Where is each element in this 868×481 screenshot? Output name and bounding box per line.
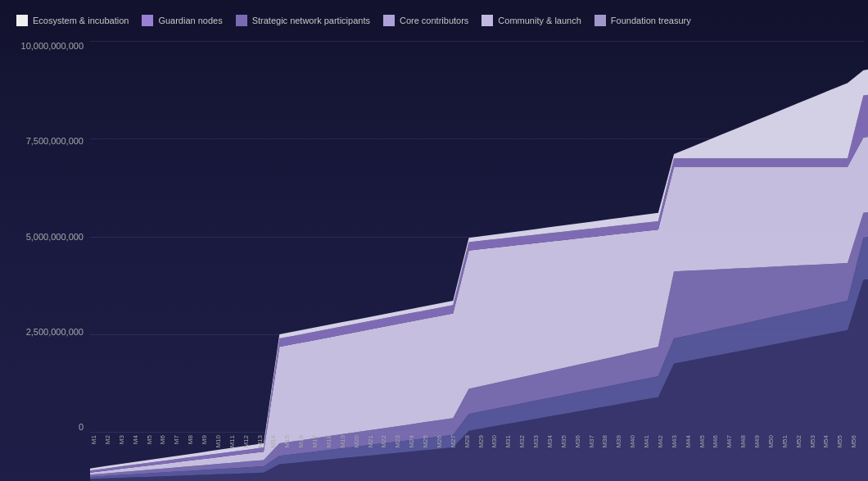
x-label-M15: M15	[283, 435, 297, 448]
x-label-M29: M29	[477, 435, 491, 448]
x-label-M5: M5	[146, 435, 160, 444]
community-label: Community & launch	[498, 16, 581, 25]
legend: Ecosystem & incubationGuardian nodesStra…	[0, 0, 868, 41]
legend-item-core: Core contributors	[383, 15, 468, 26]
x-label-M41: M41	[643, 435, 657, 448]
x-label-M40: M40	[629, 435, 643, 448]
x-label-M17: M17	[311, 435, 325, 448]
x-label-M11: M11	[228, 435, 242, 448]
x-label-M34: M34	[546, 435, 560, 448]
x-label-M55: M55	[836, 435, 850, 448]
legend-item-community: Community & launch	[481, 15, 581, 26]
x-label-M8: M8	[187, 435, 201, 444]
x-label-M14: M14	[269, 435, 283, 448]
x-label-M48: M48	[739, 435, 753, 448]
foundation-swatch	[594, 15, 606, 26]
x-label-M39: M39	[615, 435, 629, 448]
x-label-M7: M7	[173, 435, 187, 444]
y-axis: 10,000,000,0007,500,000,0005,000,000,000…	[0, 41, 90, 432]
x-label-M2: M2	[104, 435, 118, 444]
x-label-M35: M35	[560, 435, 574, 448]
x-label-M12: M12	[242, 435, 256, 448]
x-axis: M1M2M3M4M5M6M7M8M9M10M11M12M13M14M15M16M…	[90, 432, 864, 481]
legend-item-ecosystem: Ecosystem & incubation	[16, 15, 129, 26]
x-label-M3: M3	[118, 435, 132, 444]
x-label-M33: M33	[532, 435, 546, 448]
x-label-M44: M44	[685, 435, 698, 448]
y-label-0: 10,000,000,000	[21, 41, 84, 51]
x-label-M38: M38	[601, 435, 615, 448]
x-label-M46: M46	[712, 435, 726, 448]
x-label-M45: M45	[698, 435, 712, 448]
x-label-M22: M22	[380, 435, 394, 448]
x-label-M51: M51	[781, 435, 795, 448]
y-label-1: 7,500,000,000	[26, 136, 84, 146]
x-label-M10: M10	[215, 435, 228, 448]
x-label-M18: M18	[325, 435, 339, 448]
x-label-M13: M13	[256, 435, 270, 448]
community-swatch	[481, 15, 493, 26]
stacked-area-chart	[90, 41, 868, 481]
x-label-M37: M37	[588, 435, 602, 448]
x-label-M54: M54	[822, 435, 836, 448]
x-label-M6: M6	[159, 435, 173, 444]
ecosystem-label: Ecosystem & incubation	[33, 16, 129, 25]
x-label-M50: M50	[767, 435, 781, 448]
x-label-M27: M27	[450, 435, 463, 448]
strategic-swatch	[236, 15, 247, 26]
x-label-M56: M56	[850, 435, 864, 448]
x-label-M52: M52	[795, 435, 809, 448]
x-label-M47: M47	[726, 435, 739, 448]
strategic-label: Strategic network participants	[252, 16, 370, 25]
x-label-M30: M30	[491, 435, 504, 448]
y-label-4: 0	[79, 422, 84, 432]
guardian-swatch	[142, 15, 153, 26]
x-label-M25: M25	[422, 435, 436, 448]
x-label-M23: M23	[394, 435, 408, 448]
legend-item-guardian: Guardian nodes	[142, 15, 222, 26]
x-label-M49: M49	[753, 435, 767, 448]
x-label-M36: M36	[574, 435, 588, 448]
y-label-3: 2,500,000,000	[26, 327, 84, 337]
x-label-M26: M26	[436, 435, 450, 448]
x-label-M21: M21	[367, 435, 381, 448]
x-label-M42: M42	[657, 435, 671, 448]
x-label-M1: M1	[90, 435, 104, 444]
x-label-M53: M53	[809, 435, 823, 448]
core-swatch	[383, 15, 395, 26]
x-label-M20: M20	[353, 435, 367, 448]
foundation-label: Foundation treasury	[611, 16, 691, 25]
guardian-label: Guardian nodes	[158, 16, 222, 25]
x-label-M9: M9	[201, 435, 215, 444]
x-label-M32: M32	[518, 435, 532, 448]
legend-item-strategic: Strategic network participants	[236, 15, 370, 26]
x-label-M28: M28	[463, 435, 477, 448]
x-label-M43: M43	[671, 435, 685, 448]
chart-area: 10,000,000,0007,500,000,0005,000,000,000…	[0, 41, 868, 481]
x-label-M4: M4	[132, 435, 146, 444]
x-label-M31: M31	[504, 435, 518, 448]
legend-item-foundation: Foundation treasury	[594, 15, 691, 26]
x-label-M19: M19	[339, 435, 353, 448]
ecosystem-swatch	[16, 15, 28, 26]
y-label-2: 5,000,000,000	[26, 232, 84, 242]
x-label-M16: M16	[297, 435, 311, 448]
chart-container: Ecosystem & incubationGuardian nodesStra…	[0, 0, 868, 481]
x-label-M24: M24	[408, 435, 422, 448]
core-label: Core contributors	[400, 16, 468, 25]
